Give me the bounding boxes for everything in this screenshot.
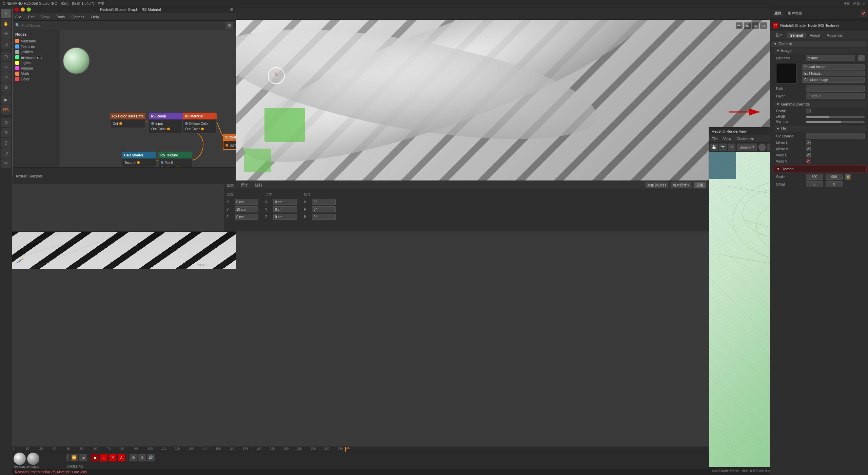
node-rs-ramp[interactable]: RS Ramp Input Out Color <box>149 113 183 133</box>
enable-checkbox[interactable] <box>806 109 811 113</box>
rtab-attrs[interactable]: 用户数据 <box>785 10 805 17</box>
port-in-dot[interactable] <box>151 122 154 125</box>
node-cat-lights[interactable]: Lights <box>14 60 58 65</box>
apply-btn[interactable]: 应用 <box>694 182 706 188</box>
size-y-input[interactable]: 0 cm <box>273 206 297 212</box>
port-texture-dot[interactable] <box>137 161 140 164</box>
uvchannel-value[interactable] <box>806 133 865 139</box>
node-cat-color[interactable]: Color <box>14 76 58 82</box>
bm-cycles[interactable]: Cycles 4D <box>66 464 83 468</box>
tab-advanced[interactable]: Advanced <box>824 33 846 38</box>
vp-camera-btn[interactable]: 📷 <box>736 22 743 29</box>
tab-size[interactable]: 尺寸 <box>241 183 248 188</box>
rv-menu-file[interactable]: File <box>712 137 718 141</box>
node-cat-math[interactable]: Math <box>14 71 58 76</box>
wrap-u-checkbox[interactable] <box>806 153 811 157</box>
node-cat-textures[interactable]: Textures <box>14 44 58 49</box>
filename-value[interactable]: texture <box>806 55 855 61</box>
node-output[interactable]: Output Surface <box>223 134 236 150</box>
rv-refresh-btn[interactable]: ⟳ <box>728 144 735 151</box>
rv-menu-customize[interactable]: Customize <box>736 137 754 141</box>
rtab-objects[interactable]: 属性 <box>771 10 784 17</box>
port-out-dot[interactable] <box>201 128 204 130</box>
port-outcolor-dot[interactable] <box>177 167 179 167</box>
rot-b-input[interactable]: 0° <box>312 214 336 220</box>
rv-render-dropdown[interactable]: Beauty ▾ <box>737 144 757 151</box>
toolbar-misc1[interactable]: ⊙ <box>1 118 11 127</box>
sg-min-btn[interactable] <box>21 7 25 12</box>
port-in-dot[interactable] <box>161 161 163 164</box>
toolbar-rs[interactable]: RS <box>1 105 11 115</box>
btn-go-end[interactable]: ⏭ <box>79 454 87 461</box>
sg-zoom-fit[interactable]: ⊞ <box>225 22 233 29</box>
btn-schematic[interactable]: ⊛ <box>138 454 146 461</box>
rot-h-input[interactable]: 0° <box>312 199 336 205</box>
section-gamma-header[interactable]: ▼ Gamma Override <box>774 101 867 107</box>
mat-ball-2[interactable]: RS Mate <box>27 453 39 469</box>
section-remap-header[interactable]: ▼ Remap <box>774 166 867 172</box>
reload-image-btn[interactable]: Reload Image <box>802 64 865 70</box>
wrap-v-checkbox[interactable] <box>806 159 811 164</box>
node-cat-utilities[interactable]: Utilities <box>14 49 58 55</box>
sg-menu-view[interactable]: View <box>41 15 50 19</box>
find-nodes-label[interactable]: Find Nodes... <box>21 23 43 27</box>
port-surface-dot[interactable] <box>225 144 228 147</box>
layer-value[interactable]: L:Default ~ <box>806 93 865 99</box>
size-dropdown[interactable]: 绝对尺寸▾ <box>671 182 691 188</box>
sg-max-btn[interactable] <box>27 7 31 12</box>
bottom-left-viewport[interactable]: 缩放 / 1 <box>12 231 236 269</box>
top-restore[interactable]: 还原 <box>853 1 860 6</box>
toolbar-gen[interactable]: ⊕ <box>1 72 11 82</box>
sg-menu-options[interactable]: Options <box>72 15 84 19</box>
section-uv-header[interactable]: ▼ UV <box>774 126 867 132</box>
node-cat-materials[interactable]: Materials <box>14 38 58 44</box>
vp-display-btn[interactable]: ⊞ <box>744 22 751 29</box>
vp-nav-circle[interactable]: 🦌 亮 <box>268 67 285 84</box>
pos-y-input[interactable]: 10 cm <box>235 206 258 212</box>
rv-camera-btn[interactable]: 📷 <box>719 144 727 151</box>
node-cat-environment[interactable]: Environment <box>14 55 58 60</box>
scene-tubes-viewport[interactable]: 🦌 亮 📷 ⊞ ⊛ ⊙ <box>224 20 770 180</box>
scale-y-value[interactable]: 900 <box>826 174 843 180</box>
btn-prev-frame2[interactable]: ⊙ <box>130 454 137 461</box>
sg-menu-help[interactable]: Help <box>91 15 99 19</box>
node-rs-texture[interactable]: RS Texture Tex 0 Out Color <box>158 152 192 167</box>
vp-filter-btn[interactable]: ⊛ <box>752 22 759 29</box>
port-out-dot[interactable] <box>119 122 122 125</box>
size-z-input[interactable]: 0 cm <box>273 214 297 220</box>
sg-menu-file[interactable]: File <box>15 15 21 19</box>
toolbar-rotate[interactable]: ⟳ <box>1 29 11 39</box>
sg-menu-tools[interactable]: Tools <box>56 15 65 19</box>
node-c4d-shader[interactable]: C4D Shader Texture <box>122 152 156 167</box>
sg-menu-edit[interactable]: Edit <box>28 15 35 19</box>
node-rs-material[interactable]: RS Material Diffuse Color Out Color <box>183 113 217 133</box>
toolbar-render[interactable]: ▶ <box>1 95 11 104</box>
calc-image-btn[interactable]: Caculate Image <box>802 77 865 83</box>
toolbar-select[interactable]: ✋ <box>1 19 11 28</box>
mirror-u-checkbox[interactable] <box>806 140 811 145</box>
toolbar-misc4[interactable]: ⊞ <box>1 148 11 158</box>
tab-rotation[interactable]: 旋转 <box>255 183 262 188</box>
toolbar-deform[interactable]: ⊛ <box>1 82 11 92</box>
filename-edit-btn[interactable]: ⋯ <box>858 55 865 61</box>
offset-y-value[interactable]: 0 <box>826 181 843 187</box>
btn-record[interactable]: ⏺ <box>91 454 99 461</box>
section-general-header[interactable]: ▼ General <box>771 41 867 47</box>
toolbar-misc5[interactable]: ✂ <box>1 158 11 168</box>
btn-sound[interactable]: 🔊 <box>147 454 155 461</box>
toolbar-poly[interactable]: ⬡ <box>1 52 11 61</box>
rpanel-pin[interactable]: 📌 <box>860 10 867 17</box>
offset-x-value[interactable]: 0 <box>806 181 823 187</box>
port-in-dot[interactable] <box>185 122 188 125</box>
coord-dropdown[interactable]: 对象 (相对)▾ <box>645 182 668 188</box>
graph-canvas[interactable]: RS Color User Data Out RS Ramp <box>60 30 236 167</box>
gamma-slider[interactable] <box>806 121 865 123</box>
toolbar-move[interactable]: ↖ <box>1 9 11 18</box>
top-close[interactable]: ✕ <box>863 2 865 5</box>
rv-menu-view[interactable]: View <box>723 137 731 141</box>
toolbar-spline[interactable]: ∿ <box>1 62 11 72</box>
scale-lock-btn[interactable]: 🔒 <box>845 174 851 180</box>
edit-image-btn[interactable]: Edit Image . <box>802 71 865 76</box>
btn-auto-key[interactable]: A <box>118 454 125 461</box>
pos-x-input[interactable]: 0 cm <box>235 199 258 205</box>
